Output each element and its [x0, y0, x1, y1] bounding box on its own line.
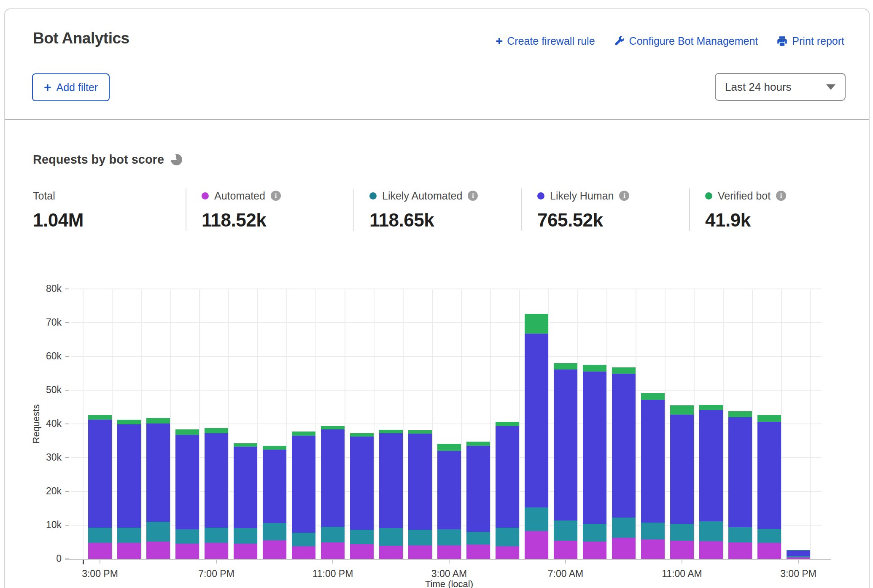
bar-segment-likely-automated[interactable]	[728, 527, 752, 542]
bar-segment-automated[interactable]	[321, 542, 345, 559]
bar-segment-likely-automated[interactable]	[292, 533, 315, 546]
bar-segment-likely-human[interactable]	[205, 433, 228, 527]
bar-segment-verified-bot[interactable]	[496, 422, 519, 426]
bar-segment-likely-human[interactable]	[321, 429, 345, 527]
bar-segment-automated[interactable]	[263, 540, 286, 559]
bar-segment-verified-bot[interactable]	[146, 418, 170, 423]
bar-segment-likely-human[interactable]	[379, 433, 403, 529]
bar-segment-likely-human[interactable]	[175, 435, 199, 529]
bar-segment-likely-human[interactable]	[583, 372, 606, 524]
bar-segment-likely-automated[interactable]	[379, 528, 403, 546]
bar-segment-likely-automated[interactable]	[146, 522, 170, 542]
bar-segment-likely-automated[interactable]	[525, 507, 548, 531]
bar-segment-automated[interactable]	[292, 546, 315, 559]
bar-segment-verified-bot[interactable]	[699, 405, 723, 410]
time-range-dropdown[interactable]: Last 24 hours	[715, 73, 846, 101]
bar-segment-likely-automated[interactable]	[234, 528, 257, 544]
bar-segment-likely-human[interactable]	[787, 550, 810, 556]
bar-segment-automated[interactable]	[612, 538, 636, 559]
bar-segment-likely-human[interactable]	[88, 420, 112, 528]
bar-segment-automated[interactable]	[350, 544, 374, 559]
create-firewall-rule-link[interactable]: + Create firewall rule	[496, 35, 595, 47]
bar-segment-verified-bot[interactable]	[583, 365, 606, 372]
bar-segment-likely-human[interactable]	[292, 436, 315, 533]
bar-segment-verified-bot[interactable]	[728, 411, 752, 417]
bar-segment-automated[interactable]	[728, 542, 752, 559]
bar-segment-likely-automated[interactable]	[88, 528, 112, 543]
print-report-link[interactable]: Print report	[776, 35, 844, 47]
add-filter-button[interactable]: + Add filter	[32, 73, 110, 101]
bar-segment-likely-automated[interactable]	[205, 528, 228, 543]
bar-segment-likely-automated[interactable]	[641, 523, 665, 539]
bar-segment-likely-automated[interactable]	[496, 528, 519, 546]
bar-segment-likely-automated[interactable]	[263, 523, 286, 540]
bar-segment-verified-bot[interactable]	[117, 420, 141, 424]
bar-segment-automated[interactable]	[466, 545, 490, 559]
bar-segment-likely-human[interactable]	[263, 450, 286, 523]
bar-segment-automated[interactable]	[583, 542, 606, 559]
bar-segment-likely-human[interactable]	[670, 415, 694, 524]
bar-segment-verified-bot[interactable]	[379, 430, 403, 433]
bar-segment-automated[interactable]	[408, 545, 432, 559]
info-icon[interactable]: i	[271, 191, 281, 201]
bar-segment-likely-automated[interactable]	[466, 532, 490, 545]
bar-segment-automated[interactable]	[146, 542, 170, 559]
bar-segment-likely-automated[interactable]	[699, 521, 723, 541]
bar-segment-likely-human[interactable]	[408, 434, 432, 530]
bar-segment-likely-automated[interactable]	[612, 518, 636, 538]
bar-segment-likely-human[interactable]	[641, 400, 665, 523]
bar-segment-likely-human[interactable]	[117, 424, 141, 528]
bar-segment-automated[interactable]	[699, 541, 723, 559]
bar-segment-verified-bot[interactable]	[292, 432, 315, 436]
bar-segment-likely-human[interactable]	[612, 374, 636, 518]
bar-segment-likely-human[interactable]	[525, 334, 548, 507]
info-icon[interactable]: i	[619, 191, 629, 201]
bar-segment-likely-human[interactable]	[554, 370, 577, 521]
bar-segment-verified-bot[interactable]	[525, 314, 548, 333]
bar-segment-likely-human[interactable]	[466, 446, 490, 532]
bar-segment-likely-human[interactable]	[496, 426, 519, 528]
bar-segment-likely-automated[interactable]	[757, 529, 781, 543]
bar-segment-automated[interactable]	[175, 544, 199, 559]
bar-segment-verified-bot[interactable]	[205, 428, 228, 434]
bar-segment-verified-bot[interactable]	[263, 446, 286, 450]
bar-segment-verified-bot[interactable]	[554, 363, 577, 370]
bar-segment-automated[interactable]	[88, 543, 112, 559]
bar-segment-likely-automated[interactable]	[670, 524, 694, 541]
bar-segment-automated[interactable]	[757, 543, 781, 559]
bar-segment-verified-bot[interactable]	[88, 415, 112, 419]
bar-segment-likely-automated[interactable]	[583, 524, 606, 542]
bar-segment-likely-automated[interactable]	[408, 530, 432, 545]
bar-segment-automated[interactable]	[670, 541, 694, 559]
bar-segment-verified-bot[interactable]	[175, 429, 199, 435]
bar-segment-automated[interactable]	[205, 543, 228, 559]
info-icon[interactable]: i	[776, 191, 786, 201]
bar-segment-automated[interactable]	[117, 543, 141, 559]
bar-segment-automated[interactable]	[554, 541, 577, 559]
bar-segment-likely-human[interactable]	[146, 423, 170, 522]
bar-segment-verified-bot[interactable]	[350, 433, 374, 437]
bar-segment-automated[interactable]	[496, 546, 519, 559]
bar-segment-verified-bot[interactable]	[670, 405, 694, 415]
bar-segment-automated[interactable]	[437, 545, 461, 559]
bar-segment-verified-bot[interactable]	[408, 430, 432, 434]
bar-segment-automated[interactable]	[379, 546, 403, 559]
bar-segment-likely-automated[interactable]	[117, 528, 141, 543]
configure-bot-management-link[interactable]: Configure Bot Management	[614, 35, 758, 47]
bar-segment-likely-automated[interactable]	[321, 527, 345, 542]
bar-segment-verified-bot[interactable]	[757, 415, 781, 422]
bar-segment-verified-bot[interactable]	[641, 393, 665, 400]
bar-segment-verified-bot[interactable]	[437, 444, 461, 451]
bar-segment-likely-automated[interactable]	[175, 529, 199, 544]
bar-segment-verified-bot[interactable]	[612, 367, 636, 374]
bar-segment-likely-human[interactable]	[350, 437, 374, 530]
bar-segment-automated[interactable]	[525, 531, 548, 559]
bar-segment-likely-human[interactable]	[234, 447, 257, 528]
bar-segment-likely-automated[interactable]	[437, 529, 461, 545]
bar-segment-likely-human[interactable]	[728, 417, 752, 527]
bar-segment-verified-bot[interactable]	[234, 443, 257, 447]
bar-segment-likely-human[interactable]	[757, 422, 781, 529]
bar-segment-likely-human[interactable]	[699, 410, 723, 521]
bar-segment-likely-automated[interactable]	[787, 556, 810, 557]
bar-segment-likely-automated[interactable]	[350, 530, 374, 544]
